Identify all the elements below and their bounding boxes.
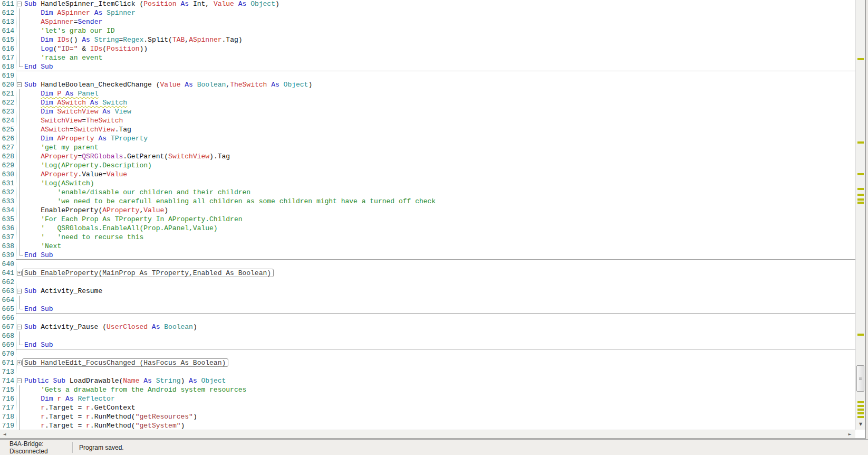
code-text: SwitchView=TheSwitch (24, 116, 123, 125)
code-line[interactable]: 633 'we need to be carefull enabling all… (0, 197, 855, 206)
fold-guide-line (19, 179, 20, 188)
code-text: Dim P As Panel (24, 89, 99, 98)
code-line[interactable]: 637 ' 'need to recurse this (0, 233, 855, 242)
code-line[interactable]: 639End Sub (0, 251, 855, 260)
scroll-right-icon[interactable]: ► (845, 430, 854, 438)
code-text: Log("ID=" & IDs(Position)) (24, 44, 148, 53)
code-line[interactable]: 611−Sub HandleSpinner_ItemClick (Positio… (0, 0, 855, 8)
procedure-separator (16, 71, 855, 71)
fold-guide-line (19, 421, 20, 430)
code-area[interactable]: 611−Sub HandleSpinner_ItemClick (Positio… (0, 0, 855, 430)
code-line[interactable]: 718 r.Target = r.RunMethod("getResources… (0, 412, 855, 421)
fold-expand-icon[interactable]: + (17, 361, 22, 365)
code-line[interactable]: 628 AProperty=QSRGlobals.GetParent(Switc… (0, 152, 855, 161)
code-line[interactable]: 666 (0, 314, 855, 323)
code-editor[interactable]: 611−Sub HandleSpinner_ItemClick (Positio… (0, 0, 866, 439)
warning-marker (857, 173, 864, 175)
code-text: 'raise an event (24, 53, 102, 62)
collapsed-sub-box[interactable]: Sub EnableProperty(MainProp As TProperty… (22, 269, 274, 277)
code-line[interactable]: 640 (0, 260, 855, 269)
code-line[interactable]: 668 (0, 331, 855, 340)
code-text: Sub HandleBoolean_CheckedChange (Value A… (24, 80, 312, 89)
warning-marker (857, 412, 864, 414)
code-line[interactable]: 626 Dim AProperty As TProperty (0, 134, 855, 143)
code-line[interactable]: 625 ASwitch=SwitchView.Tag (0, 125, 855, 134)
fold-expand-icon[interactable]: + (17, 271, 22, 276)
line-number: 719 (0, 421, 14, 430)
code-text: End Sub (24, 305, 53, 314)
line-number: 615 (0, 35, 14, 44)
code-line[interactable]: 620−Sub HandleBoolean_CheckedChange (Val… (0, 80, 855, 89)
procedure-separator (16, 259, 855, 260)
line-number: 628 (0, 152, 14, 161)
fold-collapse-icon[interactable]: − (17, 2, 22, 6)
code-line[interactable]: 664 (0, 296, 855, 305)
code-line[interactable]: 641+Sub EnableProperty(MainProp As TProp… (0, 269, 855, 278)
fold-collapse-icon[interactable]: − (17, 378, 22, 383)
code-line[interactable]: 617 'raise an event (0, 53, 855, 62)
code-line[interactable]: 630 AProperty.Value=Value (0, 170, 855, 179)
line-number: 613 (0, 17, 14, 26)
code-line[interactable]: 612 Dim ASpinner As Spinner (0, 8, 855, 17)
line-number: 669 (0, 340, 14, 349)
collapsed-sub-box[interactable]: Sub HandleEdit_FocusChanged (HasFocus As… (22, 358, 228, 367)
code-line[interactable]: 623 Dim SwitchView As View (0, 107, 855, 116)
fold-guide-line (19, 305, 23, 309)
code-line[interactable]: 671+Sub HandleEdit_FocusChanged (HasFocu… (0, 358, 855, 367)
warning-marker (857, 334, 864, 336)
code-line[interactable]: 631 'Log(ASwitch) (0, 179, 855, 188)
fold-collapse-icon[interactable]: − (17, 325, 22, 329)
code-line[interactable]: 669End Sub (0, 340, 855, 349)
scroll-left-icon[interactable]: ◄ (0, 430, 9, 438)
fold-collapse-icon[interactable]: − (17, 289, 22, 293)
code-line[interactable]: 615 Dim IDs() As String=Regex.Split(TAB,… (0, 35, 855, 44)
code-text: 'let's grab our ID (24, 26, 115, 35)
code-text: Dim r As Reflector (24, 394, 115, 403)
code-line[interactable]: 713 (0, 367, 855, 376)
line-number: 641 (0, 269, 14, 278)
line-number: 614 (0, 26, 14, 35)
code-text: 'we need to be carefull enabling all chi… (24, 197, 436, 206)
code-line[interactable]: 632 'enable/disable our children and the… (0, 188, 855, 197)
code-line[interactable]: 716 Dim r As Reflector (0, 394, 855, 403)
line-number: 714 (0, 376, 14, 385)
code-line[interactable]: 670 (0, 349, 855, 358)
code-line[interactable]: 714−Public Sub LoadDrawable(Name As Stri… (0, 376, 855, 385)
line-number: 670 (0, 349, 14, 358)
scroll-down-icon[interactable]: ▼ (856, 421, 865, 428)
code-line[interactable]: 616 Log("ID=" & IDs(Position)) (0, 44, 855, 53)
code-line[interactable]: 719 r.Target = r.RunMethod("getSystem") (0, 421, 855, 430)
code-line[interactable]: 622 Dim ASwitch As Switch (0, 98, 855, 107)
code-line[interactable]: 662 (0, 278, 855, 287)
vertical-scrollbar[interactable]: ▼ (855, 0, 865, 430)
code-line[interactable]: 638 'Next (0, 242, 855, 251)
line-number: 668 (0, 331, 14, 340)
fold-guide-line (19, 116, 20, 125)
code-text: AProperty=QSRGlobals.GetParent(SwitchVie… (24, 152, 230, 161)
code-line[interactable]: 613 ASpinner=Sender (0, 17, 855, 26)
code-line[interactable]: 635 'For Each Prop As TProperty In AProp… (0, 215, 855, 224)
code-line[interactable]: 715 'Gets a drawable from the Android sy… (0, 385, 855, 394)
code-line[interactable]: 627 'get my parent (0, 143, 855, 152)
code-line[interactable]: 667−Sub Activity_Pause (UserClosed As Bo… (0, 323, 855, 331)
horizontal-scrollbar[interactable]: ◄ ► (0, 430, 855, 438)
fold-guide-line (19, 26, 20, 35)
code-line[interactable]: 621 Dim P As Panel (0, 89, 855, 98)
code-line[interactable]: 624 SwitchView=TheSwitch (0, 116, 855, 125)
bridge-status: B4A-Bridge: Disconnected (0, 440, 72, 455)
code-line[interactable]: 618End Sub (0, 62, 855, 71)
code-line[interactable]: 717 r.Target = r.GetContext (0, 403, 855, 412)
scrollbar-thumb[interactable] (856, 365, 864, 392)
code-line[interactable]: 663−Sub Activity_Resume (0, 287, 855, 296)
code-line[interactable]: 634 EnableProperty(AProperty,Value) (0, 206, 855, 215)
code-line[interactable]: 614 'let's grab our ID (0, 26, 855, 35)
code-text: 'Gets a drawable from the Android system… (24, 385, 246, 394)
code-text: Sub HandleSpinner_ItemClick (Position As… (24, 0, 279, 8)
fold-collapse-icon[interactable]: − (17, 82, 22, 87)
code-line[interactable]: 636 ' QSRGlobals.EnableAll(Prop.APanel,V… (0, 224, 855, 233)
line-number: 633 (0, 197, 14, 206)
code-line[interactable]: 665End Sub (0, 305, 855, 314)
code-line[interactable]: 619 (0, 71, 855, 80)
line-number: 636 (0, 224, 14, 233)
code-line[interactable]: 629 'Log(AProperty.Description) (0, 161, 855, 170)
